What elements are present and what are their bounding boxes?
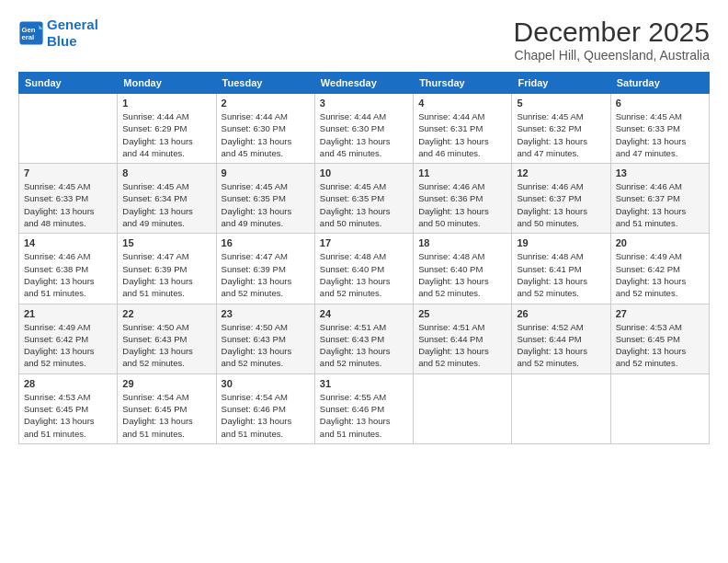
calendar-cell: 5Sunrise: 4:45 AM Sunset: 6:32 PM Daylig… [512, 94, 610, 164]
calendar-table: SundayMondayTuesdayWednesdayThursdayFrid… [18, 72, 710, 444]
day-number: 27 [616, 308, 704, 319]
calendar-cell: 26Sunrise: 4:52 AM Sunset: 6:44 PM Dayli… [512, 304, 610, 373]
week-row-1: 1Sunrise: 4:44 AM Sunset: 6:29 PM Daylig… [19, 94, 710, 164]
day-number: 5 [517, 98, 605, 109]
day-info: Sunrise: 4:45 AM Sunset: 6:35 PM Dayligh… [320, 180, 408, 229]
logo-line2: Blue [47, 33, 77, 49]
calendar-cell: 12Sunrise: 4:46 AM Sunset: 6:37 PM Dayli… [512, 164, 610, 234]
day-number: 4 [418, 98, 506, 109]
calendar-cell: 1Sunrise: 4:44 AM Sunset: 6:29 PM Daylig… [118, 94, 216, 164]
day-info: Sunrise: 4:49 AM Sunset: 6:42 PM Dayligh… [24, 321, 112, 370]
weekday-header-sunday: Sunday [19, 73, 118, 94]
weekday-header-thursday: Thursday [414, 73, 512, 94]
svg-text:Gen: Gen [22, 26, 36, 34]
calendar-cell: 9Sunrise: 4:45 AM Sunset: 6:35 PM Daylig… [216, 164, 314, 234]
calendar-cell [512, 373, 610, 443]
day-info: Sunrise: 4:46 AM Sunset: 6:36 PM Dayligh… [418, 180, 506, 229]
week-row-4: 21Sunrise: 4:49 AM Sunset: 6:42 PM Dayli… [19, 304, 710, 373]
calendar-cell: 22Sunrise: 4:50 AM Sunset: 6:43 PM Dayli… [118, 304, 216, 373]
calendar-cell: 24Sunrise: 4:51 AM Sunset: 6:43 PM Dayli… [314, 304, 413, 373]
calendar-cell: 23Sunrise: 4:50 AM Sunset: 6:43 PM Dayli… [216, 304, 314, 373]
day-info: Sunrise: 4:44 AM Sunset: 6:29 PM Dayligh… [122, 110, 210, 159]
day-number: 10 [320, 167, 408, 178]
weekday-header-wednesday: Wednesday [314, 73, 413, 94]
weekday-header-friday: Friday [512, 73, 610, 94]
day-number: 13 [616, 167, 704, 178]
calendar-cell: 19Sunrise: 4:48 AM Sunset: 6:41 PM Dayli… [512, 234, 610, 304]
day-info: Sunrise: 4:51 AM Sunset: 6:43 PM Dayligh… [320, 321, 408, 370]
calendar-cell: 20Sunrise: 4:49 AM Sunset: 6:42 PM Dayli… [610, 234, 709, 304]
weekday-header-saturday: Saturday [610, 73, 709, 94]
calendar-cell: 16Sunrise: 4:47 AM Sunset: 6:39 PM Dayli… [216, 234, 314, 304]
calendar-cell: 17Sunrise: 4:48 AM Sunset: 6:40 PM Dayli… [314, 234, 413, 304]
week-row-2: 7Sunrise: 4:45 AM Sunset: 6:33 PM Daylig… [19, 164, 710, 234]
day-number: 18 [418, 237, 506, 248]
weekday-header-tuesday: Tuesday [216, 73, 314, 94]
calendar-cell: 21Sunrise: 4:49 AM Sunset: 6:42 PM Dayli… [19, 304, 118, 373]
calendar-cell: 4Sunrise: 4:44 AM Sunset: 6:31 PM Daylig… [414, 94, 512, 164]
day-number: 30 [222, 378, 310, 389]
calendar-cell: 10Sunrise: 4:45 AM Sunset: 6:35 PM Dayli… [314, 164, 413, 234]
day-number: 17 [320, 237, 408, 248]
day-info: Sunrise: 4:55 AM Sunset: 6:46 PM Dayligh… [320, 391, 408, 440]
day-info: Sunrise: 4:54 AM Sunset: 6:45 PM Dayligh… [122, 391, 210, 440]
day-info: Sunrise: 4:46 AM Sunset: 6:37 PM Dayligh… [616, 180, 704, 229]
weekday-header-row: SundayMondayTuesdayWednesdayThursdayFrid… [19, 73, 710, 94]
day-number: 11 [418, 167, 506, 178]
calendar-cell: 14Sunrise: 4:46 AM Sunset: 6:38 PM Dayli… [19, 234, 118, 304]
calendar-cell: 30Sunrise: 4:54 AM Sunset: 6:46 PM Dayli… [216, 373, 314, 443]
day-info: Sunrise: 4:53 AM Sunset: 6:45 PM Dayligh… [24, 391, 112, 440]
day-info: Sunrise: 4:48 AM Sunset: 6:40 PM Dayligh… [418, 250, 506, 299]
day-info: Sunrise: 4:44 AM Sunset: 6:30 PM Dayligh… [320, 110, 408, 159]
day-number: 26 [517, 308, 605, 319]
day-number: 24 [320, 308, 408, 319]
day-number: 2 [222, 98, 310, 109]
calendar-cell: 28Sunrise: 4:53 AM Sunset: 6:45 PM Dayli… [19, 373, 118, 443]
day-number: 22 [122, 308, 210, 319]
calendar-cell: 3Sunrise: 4:44 AM Sunset: 6:30 PM Daylig… [314, 94, 413, 164]
day-number: 25 [418, 308, 506, 319]
day-number: 20 [616, 237, 704, 248]
day-number: 23 [222, 308, 310, 319]
calendar-cell: 8Sunrise: 4:45 AM Sunset: 6:34 PM Daylig… [118, 164, 216, 234]
weekday-header-monday: Monday [118, 73, 216, 94]
calendar-cell: 25Sunrise: 4:51 AM Sunset: 6:44 PM Dayli… [414, 304, 512, 373]
month-title: December 2025 [514, 17, 710, 48]
day-info: Sunrise: 4:52 AM Sunset: 6:44 PM Dayligh… [517, 321, 605, 370]
calendar-cell: 13Sunrise: 4:46 AM Sunset: 6:37 PM Dayli… [610, 164, 709, 234]
day-info: Sunrise: 4:45 AM Sunset: 6:35 PM Dayligh… [222, 180, 310, 229]
day-info: Sunrise: 4:51 AM Sunset: 6:44 PM Dayligh… [418, 321, 506, 370]
day-info: Sunrise: 4:45 AM Sunset: 6:32 PM Dayligh… [517, 110, 605, 159]
calendar-cell: 6Sunrise: 4:45 AM Sunset: 6:33 PM Daylig… [610, 94, 709, 164]
day-number: 1 [122, 98, 210, 109]
logo-icon: Gen eral [18, 20, 44, 46]
header: Gen eral General Blue December 2025 Chap… [18, 17, 710, 63]
day-info: Sunrise: 4:50 AM Sunset: 6:43 PM Dayligh… [122, 321, 210, 370]
svg-text:eral: eral [22, 33, 35, 41]
calendar-cell: 2Sunrise: 4:44 AM Sunset: 6:30 PM Daylig… [216, 94, 314, 164]
title-block: December 2025 Chapel Hill, Queensland, A… [514, 17, 710, 63]
calendar-page: Gen eral General Blue December 2025 Chap… [0, 0, 728, 563]
day-number: 7 [24, 167, 112, 178]
day-number: 28 [24, 378, 112, 389]
calendar-cell [414, 373, 512, 443]
day-number: 29 [122, 378, 210, 389]
logo-line1: General [47, 17, 98, 32]
day-number: 6 [616, 98, 704, 109]
day-info: Sunrise: 4:45 AM Sunset: 6:33 PM Dayligh… [24, 180, 112, 229]
day-info: Sunrise: 4:47 AM Sunset: 6:39 PM Dayligh… [122, 250, 210, 299]
week-row-5: 28Sunrise: 4:53 AM Sunset: 6:45 PM Dayli… [19, 373, 710, 443]
day-info: Sunrise: 4:46 AM Sunset: 6:38 PM Dayligh… [24, 250, 112, 299]
week-row-3: 14Sunrise: 4:46 AM Sunset: 6:38 PM Dayli… [19, 234, 710, 304]
day-number: 9 [222, 167, 310, 178]
logo: Gen eral General Blue [18, 17, 98, 50]
day-info: Sunrise: 4:48 AM Sunset: 6:40 PM Dayligh… [320, 250, 408, 299]
calendar-cell [19, 94, 118, 164]
calendar-cell [610, 373, 709, 443]
day-number: 31 [320, 378, 408, 389]
day-info: Sunrise: 4:45 AM Sunset: 6:33 PM Dayligh… [616, 110, 704, 159]
day-number: 16 [222, 237, 310, 248]
day-number: 19 [517, 237, 605, 248]
day-info: Sunrise: 4:45 AM Sunset: 6:34 PM Dayligh… [122, 180, 210, 229]
day-info: Sunrise: 4:48 AM Sunset: 6:41 PM Dayligh… [517, 250, 605, 299]
